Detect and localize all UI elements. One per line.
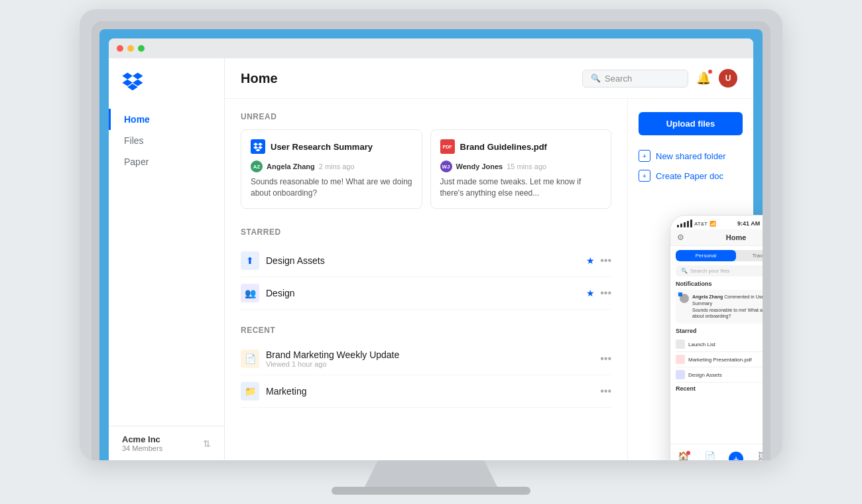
search-icon: 🔍 [591,74,601,83]
phone-file-name-0: Launch List [688,342,763,347]
phone-status-bar: AT&T 📶 9:41 AM 100% [670,216,763,229]
upload-files-button[interactable]: Upload files [639,112,743,135]
phone-starred-item-0[interactable]: Launch List ○ [676,337,763,352]
phone-tabs: Personal Traveler Inc [676,250,763,261]
phone-file-icon-0 [676,340,685,349]
phone-recent-title: Recent [676,385,696,392]
phone-search-bar[interactable]: 🔍 Search your files [676,265,763,277]
new-shared-folder-label: New shared folder [656,151,726,161]
new-folder-icon: + [639,150,650,162]
phone-nav-home[interactable]: 🏠 Home [670,451,697,461]
browser-content: Home Files Paper Acme Inc 34 Members ⇅ [109,58,753,460]
notification-button[interactable]: 🔔 [696,71,711,86]
more-menu-icon-1[interactable]: ••• [600,287,611,299]
signal-icon [677,220,692,227]
star-filled-icon-1[interactable]: ★ [586,288,595,298]
dropbox-file-icon [253,142,263,151]
phone-tab-personal[interactable]: Personal [676,250,736,261]
phone-nav-files[interactable]: 📄 Files [697,451,723,461]
card-time-1: 15 mins ago [507,162,546,170]
sidebar-chevron-icon[interactable]: ⇅ [203,438,211,449]
recent-more-icon-1[interactable]: ••• [600,385,611,397]
file-icon-0 [251,139,265,154]
starred-item-actions-1: ★ ••• [586,287,611,299]
create-paper-doc-link[interactable]: + Create Paper doc [639,166,743,186]
photos-icon: 🖼 [758,451,763,461]
files-icon: 📄 [704,451,715,461]
unread-card-1[interactable]: PDF Brand Guidelines.pdf WJ Wendy Jones [430,129,612,209]
phone-file-name-2: Design Assets [688,372,763,378]
add-icon[interactable]: + [729,452,743,461]
phone-starred-header: Starred View all › [676,328,763,334]
sidebar-item-home[interactable]: Home [109,109,224,130]
sidebar-bottom: Acme Inc 34 Members ⇅ [109,426,224,460]
card-file-header-0: User Research Summary [251,139,412,154]
phone-notif-header: Notifications 1 new [676,281,763,287]
browser-dot-green [138,45,145,52]
more-menu-icon-0[interactable]: ••• [600,255,611,267]
browser-titlebar [109,38,753,58]
sidebar: Home Files Paper Acme Inc 34 Members ⇅ [109,58,225,460]
card-filename-1: Brand Guidelines.pdf [460,142,547,152]
recent-section-label: Recent [241,326,611,335]
phone-recent-header: Recent [676,385,763,392]
phone-notif-card[interactable]: Angela Zhang Commented in User Research … [676,290,763,324]
starred-item-name-1: Design [266,288,580,298]
recent-item-icon-1: 📁 [241,382,259,401]
phone-file-icon-2 [676,370,685,379]
phone-notifications-section: Notifications 1 new Angela Zhang [670,281,763,324]
starred-item-name-0: Design Assets [266,255,580,266]
user-avatar[interactable]: U [719,69,737,88]
phone-carrier: AT&T 📶 [677,220,716,227]
phone-notif-title: Notifications [676,281,712,287]
card-username-0: Angela Zhang [267,162,315,170]
phone-starred-item-2[interactable]: Design Assets ○ [676,367,763,383]
recent-item-0[interactable]: 📄 Brand Marketing Weekly Update Viewed 1… [241,343,611,375]
phone-notif-content: Angela Zhang Commented in User Research … [692,294,763,320]
starred-section-label: Starred [241,227,611,237]
unread-card-0[interactable]: User Research Summary AZ Angela Zhang 2 … [241,129,422,209]
phone-recent-section: Recent [670,385,763,392]
phone-starred-item-1[interactable]: Marketing Presentation.pdf ○ [676,352,763,367]
phone-header: ⚙ Home [670,229,763,246]
phone-bottom-nav: 🏠 Home 📄 Files + � [670,444,763,460]
sidebar-item-paper[interactable]: Paper [109,151,224,172]
card-filename-0: User Research Summary [271,142,373,152]
team-name: Acme Inc [122,434,162,444]
phone-starred-section: Starred View all › Launch List ○ [670,328,763,383]
recent-item-time-0: Viewed 1 hour ago [266,360,593,368]
sidebar-nav: Home Files Paper [109,109,224,426]
new-shared-folder-link[interactable]: + New shared folder [639,146,743,166]
search-bar[interactable]: 🔍 Search [582,70,688,88]
monitor-base [332,487,530,495]
main-header: Home 🔍 Search 🔔 [225,58,753,99]
recent-item-icon-0: 📄 [241,349,259,368]
phone-file-name-1: Marketing Presentation.pdf [688,357,763,363]
card-username-1: Wendy Jones [456,162,503,170]
recent-more-icon-0[interactable]: ••• [600,353,611,365]
gear-icon[interactable]: ⚙ [677,233,684,242]
sidebar-logo [109,72,224,109]
starred-item-actions-0: ★ ••• [586,255,611,267]
phone-nav-photos[interactable]: 🖼 Photos [749,451,763,461]
phone-overlay: AT&T 📶 9:41 AM 100% ⚙ Home Personal [670,215,763,460]
notification-badge [708,69,713,74]
starred-section: Starred ⬆ Design Assets ★ ••• [241,227,611,310]
recent-section: Recent 📄 Brand Marketing Weekly Update V… [241,326,611,408]
card-time-0: 2 mins ago [319,162,355,170]
recent-item-name-1: Marketing [266,386,593,397]
phone-search-placeholder: Search your files [690,268,730,274]
phone-time: 9:41 AM [737,220,760,227]
phone-nav-add[interactable]: + [723,452,749,461]
starred-item-0[interactable]: ⬆ Design Assets ★ ••• [241,245,611,277]
search-input[interactable]: Search [605,74,632,84]
phone-file-icon-1 [676,355,685,364]
team-members: 34 Members [122,444,162,452]
sidebar-item-files[interactable]: Files [109,130,224,151]
star-filled-icon-0[interactable]: ★ [586,255,595,266]
recent-item-1[interactable]: 📁 Marketing ••• [241,375,611,408]
phone-tab-traveler[interactable]: Traveler Inc [736,250,763,261]
starred-item-1[interactable]: 👥 Design ★ ••• [241,277,611,310]
phone-notif-avatar [680,294,689,303]
content-area: Unread [225,99,627,460]
